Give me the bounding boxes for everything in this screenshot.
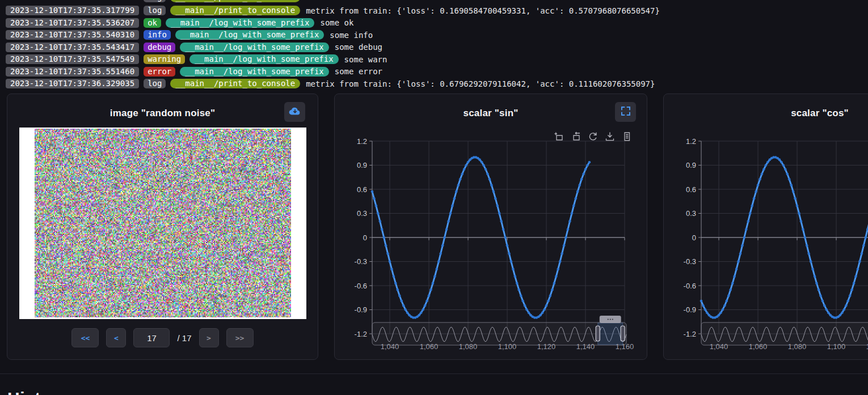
- sin-chart-canvas[interactable]: 1.20.90.60.30-0.3-0.6-0.9-1.21,0401,0601…: [335, 94, 648, 360]
- x-tick-label: 1,040: [381, 342, 399, 351]
- timestamp-badge: 2023-12-10T17:37:35.540310: [6, 30, 139, 40]
- y-tick-label: 0.3: [686, 209, 696, 218]
- x-tick-label: 1,120: [537, 342, 556, 351]
- y-tick-label: -0.6: [355, 282, 367, 290]
- x-tick-label: 1,100: [498, 342, 517, 351]
- image-figure: [19, 128, 306, 319]
- last-page-button[interactable]: >>: [226, 328, 254, 347]
- x-tick-label: 1,040: [710, 342, 728, 351]
- pagination: << < / 17 > >>: [7, 328, 318, 347]
- log-row: 2023-12-10T17:37:35.317799log__main__/pr…: [6, 6, 868, 15]
- log-message: some ok: [320, 18, 353, 27]
- image-card-title: image "random noise": [7, 108, 318, 119]
- module-badge: __main__/print_to_console: [170, 6, 300, 15]
- image-card: image "random noise" << < / 17 > >>: [7, 94, 318, 360]
- module-badge: __main__/log_with_some_prefix: [180, 67, 328, 77]
- level-badge: debug: [144, 43, 175, 52]
- x-tick-label: 1,060: [749, 342, 768, 351]
- datazoom-handle[interactable]: [596, 326, 600, 341]
- level-badge: info: [144, 30, 171, 40]
- datazoom-window: [598, 323, 623, 345]
- y-tick-label: -1.2: [684, 330, 696, 338]
- y-tick-label: 0: [363, 233, 367, 242]
- timestamp-badge: 2023-12-10T17:37:36.329035: [6, 79, 139, 88]
- cloud-download-icon: [289, 106, 301, 118]
- y-tick-label: 0.6: [686, 185, 696, 194]
- x-tick-label: 1,160: [616, 342, 634, 351]
- y-tick-label: -0.9: [355, 305, 367, 314]
- log-row: 2023-12-10T17:37:35.536207ok__main__/log…: [6, 18, 868, 28]
- log-row: 2023-12-10T17:37:35.547549warning__main_…: [6, 54, 868, 64]
- random-noise-image: [35, 129, 291, 317]
- next-page-button[interactable]: >: [199, 328, 219, 347]
- y-tick-label: -0.6: [684, 282, 696, 290]
- y-tick-label: -0.3: [355, 257, 367, 266]
- timestamp-badge: 2023-12-10T17:37:35.543417: [6, 43, 139, 52]
- timestamp-badge: 2023-12-10T17:37:35.547549: [6, 54, 139, 64]
- y-tick-label: -0.3: [684, 257, 696, 266]
- cos-chart-canvas[interactable]: 1.20.90.60.30-0.3-0.6-0.9-1.21,0401,0601…: [664, 94, 868, 360]
- prev-page-button[interactable]: <: [106, 328, 126, 347]
- y-tick-label: 0.6: [357, 185, 367, 194]
- y-tick-label: 1.2: [686, 137, 696, 146]
- log-row: 2023-12-10T17:37:35.540310info__main__/l…: [6, 30, 868, 40]
- timestamp-badge: 2023-12-10T17:37:35.536207: [6, 18, 139, 28]
- section-divider: [0, 373, 868, 374]
- module-badge: __main__/print_to_console: [170, 0, 300, 2]
- module-badge: __main__/log_with_some_prefix: [189, 54, 338, 64]
- partial-section-heading: Histograms: [7, 389, 104, 395]
- module-badge: __main__/print_to_console: [170, 79, 300, 88]
- level-badge: log: [144, 0, 166, 2]
- y-tick-label: 0.3: [357, 209, 367, 218]
- y-tick-label: -0.9: [684, 305, 696, 314]
- y-tick-label: 0: [692, 233, 696, 242]
- log-row-partial: 2023-12-10T17:37:35.317799log__main__/pr…: [6, 0, 868, 2]
- log-message: some debug: [335, 43, 382, 52]
- log-row: 2023-12-10T17:37:36.329035log__main__/pr…: [6, 79, 868, 88]
- level-badge: warning: [144, 54, 185, 64]
- x-tick-label: 1,140: [576, 342, 595, 351]
- x-tick-label: 1,080: [459, 342, 478, 351]
- module-badge: __main__/log_with_some_prefix: [175, 30, 324, 40]
- log-message: some warn: [344, 55, 387, 64]
- x-tick-label: 1,080: [788, 342, 807, 351]
- y-tick-label: -1.2: [355, 330, 367, 338]
- x-tick-label: 1,060: [420, 342, 439, 351]
- y-tick-label: 0.9: [686, 161, 696, 169]
- level-badge: error: [144, 67, 175, 77]
- datazoom-slider[interactable]: [372, 316, 626, 345]
- timestamp-badge: 2023-12-10T17:37:35.551460: [6, 67, 139, 77]
- page-total-label: / 17: [177, 333, 191, 343]
- module-badge: __main__/log_with_some_prefix: [166, 18, 314, 28]
- level-badge: log: [144, 6, 166, 15]
- log-console: 2023-12-10T17:37:35.317799log__main__/pr…: [6, 0, 868, 88]
- timestamp-badge: 2023-12-10T17:37:35.317799: [6, 6, 139, 15]
- log-message: some error: [335, 67, 382, 76]
- level-badge: log: [144, 79, 166, 88]
- x-tick-label: 1,100: [827, 342, 846, 351]
- module-badge: __main__/log_with_some_prefix: [180, 43, 328, 52]
- log-row: 2023-12-10T17:37:35.551460error__main__/…: [6, 67, 868, 77]
- datazoom-handle[interactable]: [621, 326, 625, 341]
- cos-chart-card: scalar "cos" 1.20.90.60.30-0.3-0.6-0.9-1…: [663, 94, 868, 360]
- log-message: metrix from train: {'loss': 0.1690584700…: [306, 6, 660, 15]
- y-tick-label: 1.2: [357, 137, 367, 146]
- log-message: metrix from train: {'loss': 0.6796292079…: [306, 79, 655, 88]
- y-tick-label: 0.9: [357, 161, 367, 169]
- log-row: 2023-12-10T17:37:35.543417debug__main__/…: [6, 43, 868, 52]
- first-page-button[interactable]: <<: [71, 328, 99, 347]
- level-badge: ok: [144, 18, 161, 28]
- datazoom-slider[interactable]: [701, 316, 868, 345]
- sin-chart-card: scalar "sin" 1.20.90.60.30-0.3-0.6-0.9-1…: [334, 94, 647, 360]
- log-message: some info: [330, 31, 373, 40]
- cloud-download-button[interactable]: [284, 102, 305, 122]
- page-number-input[interactable]: [133, 328, 170, 347]
